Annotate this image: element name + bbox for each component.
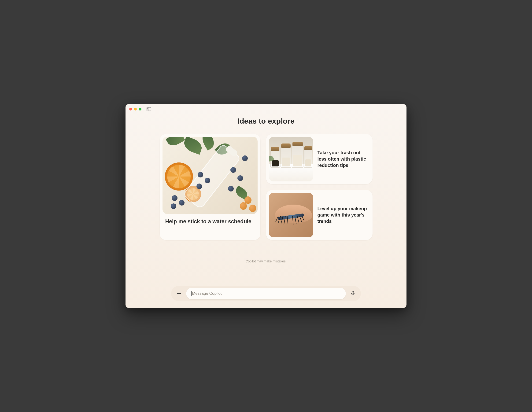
- svg-point-4: [147, 110, 148, 110]
- fullscreen-window-button[interactable]: [139, 108, 142, 111]
- main-content: Ideas to explore: [125, 114, 407, 308]
- svg-point-3: [147, 109, 148, 109]
- plus-icon: [177, 291, 182, 296]
- window-controls: [129, 108, 142, 111]
- add-button[interactable]: [174, 289, 184, 298]
- text-cursor: [191, 291, 191, 296]
- sidebar-icon: [147, 107, 151, 111]
- suggestion-card-primary[interactable]: Help me stick to a water schedule: [160, 134, 260, 240]
- sidebar-toggle-button[interactable]: [147, 107, 151, 111]
- close-window-button[interactable]: [129, 108, 132, 111]
- svg-rect-7: [352, 291, 354, 294]
- svg-point-2: [147, 108, 148, 109]
- microphone-icon: [351, 291, 355, 296]
- suggestion-card-secondary[interactable]: Take your trash out less often with plas…: [266, 134, 372, 184]
- suggestion-card-secondary[interactable]: Level up your makeup game with this year…: [266, 190, 372, 240]
- message-input-wrapper[interactable]: [186, 288, 346, 300]
- minimize-window-button[interactable]: [134, 108, 137, 111]
- titlebar: [125, 104, 407, 114]
- disclaimer-text: Copilot may make mistakes.: [245, 259, 286, 263]
- card-title: Take your trash out less often with plas…: [317, 150, 370, 169]
- voice-button[interactable]: [348, 289, 358, 298]
- card-image: [162, 137, 257, 214]
- message-input[interactable]: [192, 291, 341, 296]
- card-image: [269, 193, 313, 237]
- card-image: [269, 137, 313, 181]
- card-title: Help me stick to a water schedule: [162, 214, 257, 228]
- suggestion-cards: Help me stick to a water schedule: [160, 134, 372, 240]
- app-window: Ideas to explore: [125, 104, 407, 308]
- page-title: Ideas to explore: [238, 117, 294, 125]
- message-input-bar: [171, 286, 361, 301]
- card-title: Level up your makeup game with this year…: [317, 206, 370, 225]
